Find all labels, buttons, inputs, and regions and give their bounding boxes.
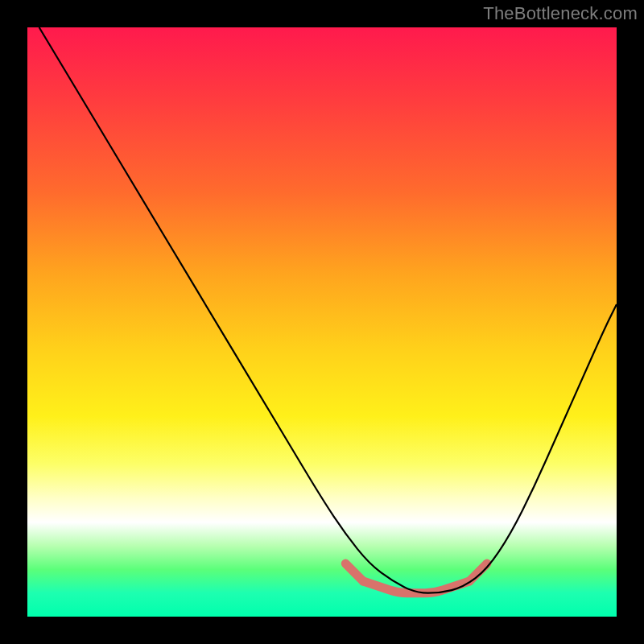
watermark-text: TheBottleneck.com (483, 3, 638, 24)
chart-svg (27, 27, 617, 617)
plot-area (27, 27, 617, 617)
main-curve (39, 27, 617, 593)
highlight-right-cap (469, 564, 487, 581)
chart-frame: TheBottleneck.com (0, 0, 644, 644)
